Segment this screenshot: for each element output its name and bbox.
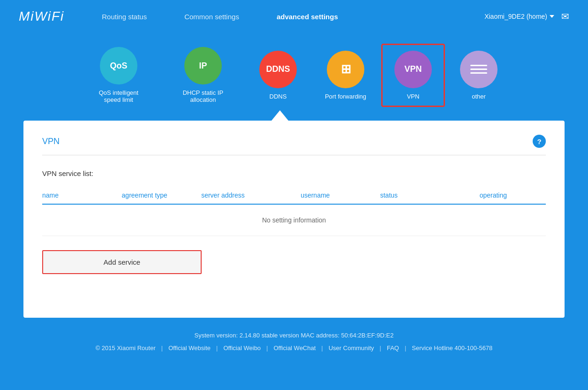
other-line-1 (470, 65, 487, 66)
table-header: name agreement type server address usern… (42, 187, 546, 205)
footer-sep-5: | (405, 344, 406, 352)
vpn-icon-item[interactable]: VPN VPN (394, 51, 432, 100)
portforward-symbol: ⊞ (341, 62, 350, 76)
ip-icon-item[interactable]: IP DHCP static IP allocation (175, 47, 231, 103)
ip-circle: IP (184, 47, 222, 84)
other-circle (460, 51, 498, 88)
qos-icon-item[interactable]: QoS QoS intelligent speed limit (90, 47, 147, 103)
header: MiWiFi Routing status Common settings ad… (0, 0, 588, 33)
footer-link-user-community[interactable]: User Community (329, 344, 374, 352)
main-panel: VPN ? VPN service list: name agreement t… (23, 121, 565, 318)
footer-sep-3: | (321, 344, 323, 352)
footer-link-hotline[interactable]: Service Hotline 400-100-5678 (412, 344, 492, 352)
panel-title: VPN (42, 137, 60, 146)
footer-copyright: © 2015 Xiaomi Router (96, 344, 156, 352)
vpn-circle-label: VPN (405, 64, 422, 74)
ddns-label: DDNS (266, 64, 290, 74)
table-empty-message: No setting information (42, 205, 546, 236)
service-list-label: VPN service list: (42, 169, 546, 177)
help-icon-button[interactable]: ? (533, 135, 546, 148)
col-operating: operating (480, 191, 546, 199)
footer-links: © 2015 Xiaomi Router | Official Website … (19, 344, 569, 352)
other-line-2 (470, 69, 487, 70)
logo: MiWiFi (19, 9, 64, 24)
footer-link-official-website[interactable]: Official Website (168, 344, 211, 352)
portforward-circle: ⊞ (327, 51, 364, 88)
nav-routing-status[interactable]: Routing status (102, 13, 147, 21)
system-info: System version: 2.14.80 stable version M… (19, 332, 569, 339)
ip-label: IP (199, 61, 207, 71)
portforward-icon-item[interactable]: ⊞ Port forwarding (325, 51, 366, 100)
footer-link-official-weibo[interactable]: Official Weibo (223, 344, 261, 352)
vpn-circle: VPN (394, 51, 432, 88)
nav-advanced-settings[interactable]: advanced settings (277, 13, 338, 21)
footer-link-official-wechat[interactable]: Official WeChat (274, 344, 316, 352)
mail-icon[interactable]: ✉ (561, 11, 569, 22)
other-line-3 (470, 72, 487, 74)
panel-header: VPN ? (42, 135, 546, 155)
arrow-up-icon (271, 110, 288, 121)
nav-common-settings[interactable]: Common settings (184, 13, 239, 21)
navigation: Routing status Common settings advanced … (102, 13, 484, 21)
col-agreement: agreement type (122, 191, 202, 199)
feature-icon-grid: QoS QoS intelligent speed limit IP DHCP … (0, 33, 588, 113)
other-description: other (472, 93, 486, 100)
vpn-description: VPN (407, 93, 420, 100)
col-server: server address (201, 191, 301, 199)
footer-sep-2: | (266, 344, 268, 352)
portforward-description: Port forwarding (325, 93, 366, 100)
footer-sep-1: | (216, 344, 218, 352)
ip-description: DHCP static IP allocation (175, 89, 231, 103)
ddns-circle: DDNS (259, 51, 297, 88)
header-right: Xiaomi_9DE2 (home) ✉ (484, 11, 569, 22)
qos-circle: QoS (100, 47, 137, 84)
footer-sep-4: | (380, 344, 381, 352)
ddns-description: DDNS (270, 93, 287, 100)
chevron-down-icon (550, 15, 554, 18)
qos-label: QoS (110, 61, 127, 71)
col-name: name (42, 191, 122, 199)
user-dropdown[interactable]: Xiaomi_9DE2 (home) (484, 13, 554, 20)
username-label: Xiaomi_9DE2 (home) (484, 13, 547, 20)
add-service-button[interactable]: Add service (42, 250, 202, 274)
other-icon-item[interactable]: other (460, 51, 498, 100)
footer-link-faq[interactable]: FAQ (387, 344, 399, 352)
col-username: username (301, 191, 380, 199)
qos-description: QoS intelligent speed limit (90, 89, 147, 103)
footer-sep-0: | (161, 344, 163, 352)
col-status: status (380, 191, 480, 199)
footer: System version: 2.14.80 stable version M… (0, 318, 588, 361)
ddns-icon-item[interactable]: DDNS DDNS (259, 51, 297, 100)
panel-arrow (0, 110, 560, 121)
